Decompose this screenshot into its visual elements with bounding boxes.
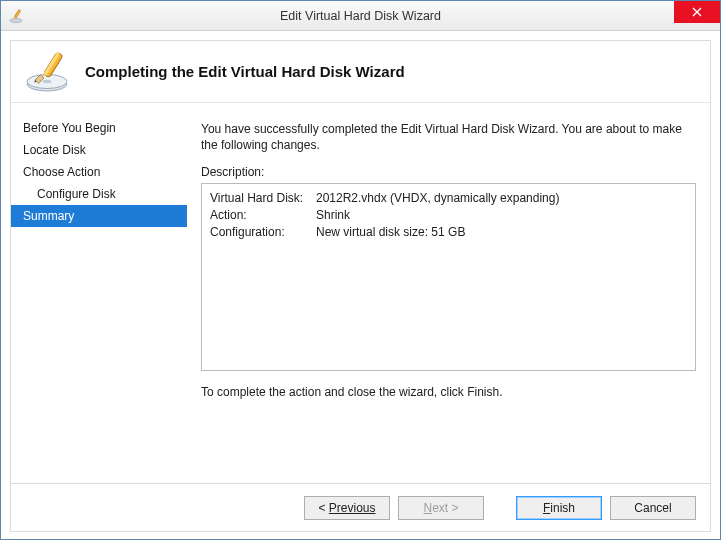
disk-pencil-icon (25, 50, 75, 94)
titlebar: Edit Virtual Hard Disk Wizard (1, 1, 720, 31)
description-box: Virtual Hard Disk:2012R2.vhdx (VHDX, dyn… (201, 183, 696, 371)
close-button[interactable] (674, 1, 720, 23)
app-icon (9, 8, 25, 24)
sidebar-step-locate-disk[interactable]: Locate Disk (11, 139, 187, 161)
desc-row: Configuration:New virtual disk size: 51 … (210, 224, 687, 241)
window-title: Edit Virtual Hard Disk Wizard (1, 9, 720, 23)
desc-row: Virtual Hard Disk:2012R2.vhdx (VHDX, dyn… (210, 190, 687, 207)
sidebar-steps: Before You BeginLocate DiskChoose Action… (11, 103, 187, 483)
page-title: Completing the Edit Virtual Hard Disk Wi… (85, 63, 405, 80)
description-label: Description: (201, 165, 696, 179)
svg-point-0 (10, 18, 22, 22)
desc-row: Action:Shrink (210, 207, 687, 224)
footer-hint: To complete the action and close the wiz… (201, 385, 696, 399)
desc-value: 2012R2.vhdx (VHDX, dynamically expanding… (316, 190, 559, 207)
button-bar: < Previous Next > Finish Cancel (11, 483, 710, 531)
finish-button[interactable]: Finish (516, 496, 602, 520)
sidebar-step-summary[interactable]: Summary (11, 205, 187, 227)
intro-text: You have successfully completed the Edit… (201, 121, 696, 153)
sidebar-step-choose-action[interactable]: Choose Action (11, 161, 187, 183)
desc-value: Shrink (316, 207, 350, 224)
next-button: Next > (398, 496, 484, 520)
wizard-frame: Completing the Edit Virtual Hard Disk Wi… (10, 40, 711, 532)
close-icon (692, 7, 702, 17)
svg-point-5 (43, 79, 52, 82)
previous-button[interactable]: < Previous (304, 496, 390, 520)
wizard-body: Before You BeginLocate DiskChoose Action… (11, 103, 710, 483)
sidebar-step-configure-disk[interactable]: Configure Disk (11, 183, 187, 205)
wizard-header: Completing the Edit Virtual Hard Disk Wi… (11, 41, 710, 103)
desc-key: Virtual Hard Disk: (210, 190, 316, 207)
desc-key: Action: (210, 207, 316, 224)
svg-rect-1 (14, 9, 21, 18)
desc-value: New virtual disk size: 51 GB (316, 224, 465, 241)
outer: Completing the Edit Virtual Hard Disk Wi… (1, 31, 720, 539)
desc-key: Configuration: (210, 224, 316, 241)
sidebar-step-before-you-begin[interactable]: Before You Begin (11, 117, 187, 139)
cancel-button[interactable]: Cancel (610, 496, 696, 520)
main-pane: You have successfully completed the Edit… (187, 103, 710, 483)
